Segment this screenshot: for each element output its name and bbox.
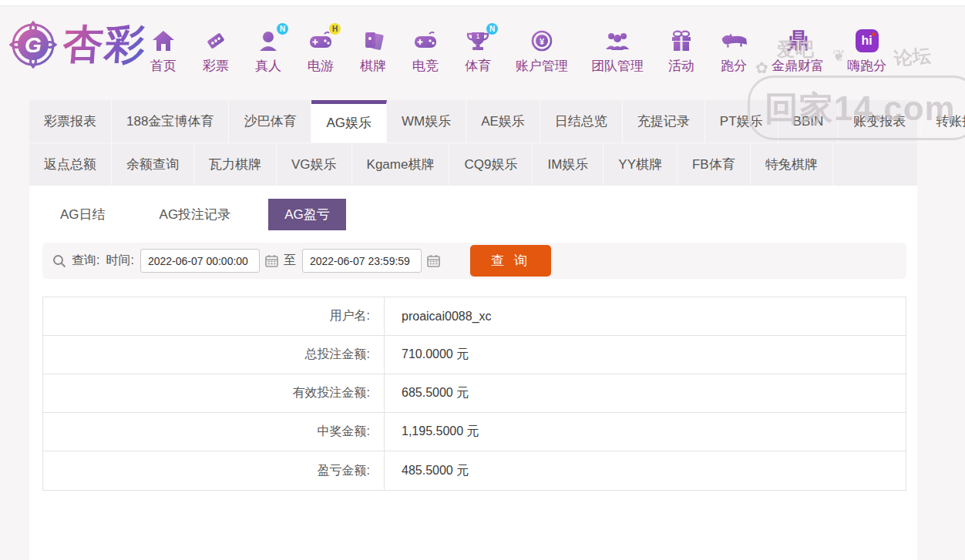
gamepad-icon: H	[306, 27, 335, 55]
tab-deposit-withdraw-records[interactable]: 充提记录	[623, 100, 705, 143]
nav-label: 嗨跑分	[847, 57, 886, 75]
nav-label: 棋牌	[360, 57, 386, 75]
tab-wali-chess[interactable]: 瓦力棋牌	[194, 143, 277, 186]
row-label: 总投注金额:	[43, 336, 385, 374]
tab-fb-sports[interactable]: FB体育	[678, 143, 751, 186]
tab-balance-query[interactable]: 余额查询	[112, 143, 194, 186]
tab-lottery-report[interactable]: 彩票报表	[29, 100, 112, 143]
table-row-valid-bet: 有效投注金额: 685.5000 元	[43, 374, 906, 413]
row-label: 盈亏金额:	[43, 451, 385, 490]
row-value: 485.5000 元	[385, 451, 906, 490]
svg-text:G: G	[25, 33, 42, 57]
nav-label: 跑分	[721, 57, 747, 75]
time-label: 时间:	[106, 253, 133, 269]
query-label: 查询:	[72, 253, 99, 269]
nav-item-esports[interactable]: 电竞	[411, 27, 440, 75]
nav-item-live[interactable]: N 真人	[254, 27, 283, 75]
nav-item-lottery[interactable]: 彩票	[201, 27, 230, 75]
live-dealer-icon: N	[254, 27, 283, 55]
tab-ae-entertainment[interactable]: AE娱乐	[466, 100, 540, 143]
nav-label: 账户管理	[516, 57, 568, 75]
nav-label: 彩票	[203, 57, 229, 75]
svg-text:¥: ¥	[540, 37, 545, 46]
tripod-cauldron-icon: 鼎	[783, 27, 812, 55]
table-row-total-bet: 总投注金额: 710.0000 元	[43, 336, 906, 374]
rhino-icon	[719, 27, 748, 55]
nav-item-home[interactable]: 首页	[149, 27, 178, 75]
badge-h: H	[329, 23, 341, 35]
hi-app-icon: hi	[852, 27, 882, 55]
to-label: 至	[284, 253, 296, 269]
tab-transfer-report[interactable]: 转账报表	[921, 100, 965, 143]
svg-text:1: 1	[476, 32, 479, 40]
report-tabs: 彩票报表 188金宝博体育 沙巴体育 AG娱乐 WM娱乐 AE娱乐 日结总览 充…	[29, 100, 917, 186]
end-calendar-icon[interactable]	[427, 254, 440, 267]
ag-subtabs: AG日结 AG投注记录 AG盈亏	[44, 199, 346, 230]
row-value: 710.0000 元	[385, 336, 906, 374]
nav-item-egames[interactable]: H 电游	[306, 27, 335, 75]
nav-item-account-management[interactable]: ¥ 账户管理	[516, 27, 568, 75]
tab-vg-entertainment[interactable]: VG娱乐	[277, 143, 352, 186]
nav-item-hi-paofen[interactable]: hi 嗨跑分	[847, 27, 886, 75]
subtab-ag-daily[interactable]: AG日结	[44, 199, 122, 230]
nav-label: 体育	[465, 57, 491, 75]
esports-gamepad-icon	[411, 27, 440, 55]
table-row-winnings: 中奖金额: 1,195.5000 元	[43, 413, 906, 451]
home-icon	[149, 27, 178, 55]
row-value: 1,195.5000 元	[385, 413, 906, 451]
coin-icon: ¥	[527, 27, 556, 55]
tab-188jinbaobo-sports[interactable]: 188金宝博体育	[112, 100, 229, 143]
cards-icon	[358, 27, 388, 55]
tab-pt-entertainment[interactable]: PT娱乐	[705, 100, 778, 143]
nav-label: 活动	[668, 57, 694, 75]
tab-bbin[interactable]: BBIN	[778, 100, 839, 143]
nav-item-jinding-wealth[interactable]: 鼎 金鼎财富	[772, 27, 824, 75]
start-time-input[interactable]	[140, 249, 260, 273]
tab-rebate-total[interactable]: 返点总额	[29, 143, 112, 186]
tab-cq9-entertainment[interactable]: CQ9娱乐	[449, 143, 533, 186]
query-button[interactable]: 查 询	[470, 245, 551, 277]
top-strip	[0, 0, 965, 6]
tab-daily-summary[interactable]: 日结总览	[540, 100, 623, 143]
row-label: 中奖金额:	[43, 413, 385, 451]
search-icon	[52, 253, 67, 269]
content-panel: AG日结 AG投注记录 AG盈亏 查询: 时间: 至 查 询 用户名: proa…	[29, 186, 917, 560]
tab-row-1: 彩票报表 188金宝博体育 沙巴体育 AG娱乐 WM娱乐 AE娱乐 日结总览 充…	[29, 100, 917, 143]
nav-item-paofen[interactable]: 跑分	[719, 27, 748, 75]
subtab-ag-profit-loss[interactable]: AG盈亏	[268, 199, 346, 230]
tab-shaba-sports[interactable]: 沙巴体育	[229, 100, 311, 143]
brand-name: 杏彩	[62, 18, 149, 72]
subtab-ag-bet-records[interactable]: AG投注记录	[143, 199, 247, 230]
gift-icon	[667, 27, 696, 55]
nav-label: 团队管理	[591, 57, 644, 75]
nav-item-sports[interactable]: 1 N 体育	[463, 27, 493, 75]
search-bar: 查询: 时间: 至 查 询	[42, 243, 906, 279]
row-value: 685.5000 元	[385, 374, 906, 412]
start-calendar-icon[interactable]	[265, 254, 278, 267]
end-time-input[interactable]	[302, 249, 422, 273]
brand-logo[interactable]: G 杏彩	[6, 18, 146, 72]
nav-item-team-management[interactable]: 团队管理	[591, 27, 644, 75]
nav-item-cards[interactable]: 棋牌	[358, 27, 388, 75]
row-label: 有效投注金额:	[43, 374, 385, 412]
tab-kgame-chess[interactable]: Kgame棋牌	[352, 143, 450, 186]
badge-n: N	[486, 23, 498, 35]
profit-loss-table: 用户名: proaicai0088_xc 总投注金额: 710.0000 元 有…	[42, 297, 906, 491]
nav-label: 首页	[150, 57, 177, 75]
tab-account-change-report[interactable]: 账变报表	[839, 100, 921, 143]
nav-label: 真人	[255, 57, 281, 75]
nav-item-promotions[interactable]: 活动	[667, 27, 696, 75]
tab-yy-chess[interactable]: YY棋牌	[604, 143, 678, 186]
notification-dot	[872, 32, 876, 36]
row-label: 用户名:	[43, 297, 385, 335]
tab-ag-entertainment[interactable]: AG娱乐	[311, 100, 387, 143]
nav-label: 电游	[308, 57, 334, 75]
tab-im-entertainment[interactable]: IM娱乐	[533, 143, 604, 186]
nav-label: 电竞	[412, 57, 439, 75]
tab-row-2: 返点总额 余额查询 瓦力棋牌 VG娱乐 Kgame棋牌 CQ9娱乐 IM娱乐 Y…	[29, 143, 917, 186]
tab-wm-entertainment[interactable]: WM娱乐	[387, 100, 466, 143]
team-icon	[603, 27, 632, 55]
flower-logo-icon: G	[6, 18, 60, 72]
badge-n: N	[277, 23, 288, 35]
tab-tetu-chess[interactable]: 特兔棋牌	[751, 143, 833, 186]
